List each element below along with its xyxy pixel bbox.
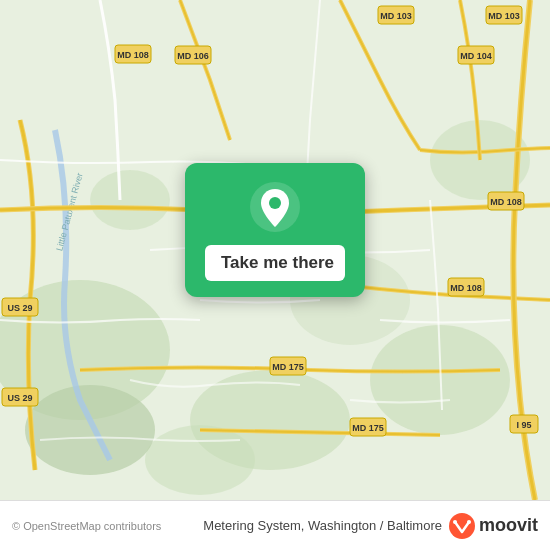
take-me-there-button[interactable]: Take me there <box>205 245 345 281</box>
svg-point-39 <box>453 520 457 524</box>
bottom-bar: © OpenStreetMap contributors Metering Sy… <box>0 500 550 550</box>
svg-point-37 <box>269 197 281 209</box>
svg-text:US 29: US 29 <box>7 303 32 313</box>
svg-text:US 29: US 29 <box>7 393 32 403</box>
app-title: Metering System, Washington / Baltimore <box>203 518 442 533</box>
svg-point-40 <box>467 520 471 524</box>
svg-text:MD 175: MD 175 <box>272 362 304 372</box>
svg-text:MD 108: MD 108 <box>450 283 482 293</box>
svg-text:I 95: I 95 <box>516 420 531 430</box>
attribution-text: © OpenStreetMap contributors <box>12 520 161 532</box>
svg-text:MD 106: MD 106 <box>177 51 209 61</box>
svg-text:MD 103: MD 103 <box>488 11 520 21</box>
svg-text:MD 104: MD 104 <box>460 51 492 61</box>
destination-card: Take me there <box>185 163 365 297</box>
map-container: Little Patuxent River <box>0 0 550 500</box>
svg-point-5 <box>90 170 170 230</box>
svg-text:MD 175: MD 175 <box>352 423 384 433</box>
svg-point-7 <box>145 425 255 495</box>
svg-text:MD 108: MD 108 <box>490 197 522 207</box>
moovit-text: moovit <box>479 515 538 536</box>
svg-point-8 <box>25 385 155 475</box>
moovit-logo-icon <box>448 512 476 540</box>
moovit-logo: moovit <box>448 512 538 540</box>
map-attribution: © OpenStreetMap contributors <box>12 520 161 532</box>
location-pin-icon <box>249 181 301 233</box>
app-info: Metering System, Washington / Baltimore … <box>203 512 538 540</box>
svg-text:MD 108: MD 108 <box>117 50 149 60</box>
svg-text:MD 103: MD 103 <box>380 11 412 21</box>
svg-point-38 <box>449 513 475 539</box>
